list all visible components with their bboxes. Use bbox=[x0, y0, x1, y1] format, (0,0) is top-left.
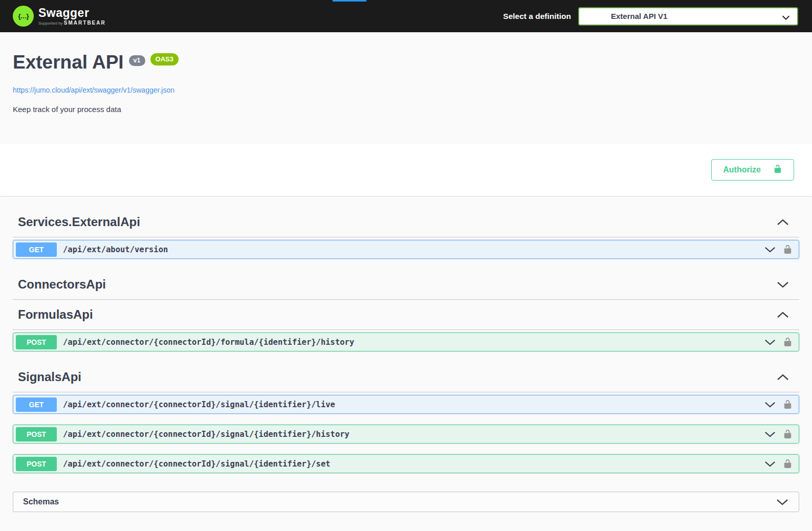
version-badge: v1 bbox=[129, 55, 145, 66]
authorize-button[interactable]: Authorize bbox=[711, 159, 794, 181]
info-section: External API v1 OAS3 https://jumo.cloud/… bbox=[0, 32, 812, 144]
chevron-down-icon[interactable] bbox=[764, 402, 776, 408]
section-header[interactable]: SignalsApi bbox=[13, 362, 799, 392]
chevron-down-icon bbox=[781, 14, 791, 21]
operation-controls bbox=[764, 400, 793, 409]
topbar: {…} Swagger Supported by SMARTBEAR Selec… bbox=[0, 0, 812, 32]
chevron-down-icon[interactable] bbox=[764, 431, 776, 437]
swagger-logo-subtitle: Supported by SMARTBEAR bbox=[38, 20, 106, 26]
section-operations: GET /api/ext/connector/{connectorId}/sig… bbox=[13, 392, 799, 473]
operation-row[interactable]: POST /api/ext/connector/{connectorId}/si… bbox=[13, 425, 799, 444]
api-tag-section: ConnectorsApi bbox=[13, 270, 799, 300]
operation-path: /api/ext/connector/{connectorId}/formula… bbox=[63, 338, 764, 347]
schemas-section-header[interactable]: Schemas bbox=[13, 492, 799, 512]
supported-by-text: Supported by bbox=[38, 21, 63, 26]
smartbear-brand: SMARTBEAR bbox=[64, 20, 106, 26]
swagger-logo-text-wrap: Swagger Supported by SMARTBEAR bbox=[38, 7, 106, 26]
section-operations: POST /api/ext/connector/{connectorId}/fo… bbox=[13, 330, 799, 351]
operation-path: /api/ext/about/version bbox=[63, 245, 764, 254]
title-row: External API v1 OAS3 bbox=[13, 52, 799, 74]
method-badge: POST bbox=[16, 335, 57, 349]
auth-lock-icon[interactable] bbox=[783, 400, 793, 409]
schemas-title: Schemas bbox=[23, 497, 59, 506]
section-expand-icon[interactable] bbox=[777, 281, 789, 288]
definition-select-value: External API V1 bbox=[611, 12, 667, 20]
api-tag-section: FormulasApi POST /api/ext/connector/{con… bbox=[13, 300, 799, 351]
method-badge: POST bbox=[16, 427, 57, 441]
swagger-logo: {…} Swagger Supported by SMARTBEAR bbox=[13, 6, 106, 27]
operation-controls bbox=[764, 459, 793, 469]
section-header[interactable]: ConnectorsApi bbox=[13, 270, 799, 300]
auth-lock-icon[interactable] bbox=[783, 245, 793, 254]
chevron-down-icon[interactable] bbox=[764, 339, 776, 345]
api-tag-section: Services.ExternalApi GET /api/ext/about/… bbox=[13, 207, 799, 259]
section-title: FormulasApi bbox=[18, 306, 93, 323]
api-description: Keep track of your process data bbox=[13, 105, 799, 114]
operation-path: /api/ext/connector/{connectorId}/signal/… bbox=[63, 459, 764, 469]
swagger-logo-icon: {…} bbox=[13, 6, 34, 27]
method-badge: POST bbox=[16, 457, 57, 471]
chevron-down-icon[interactable] bbox=[764, 247, 776, 253]
section-expand-icon[interactable] bbox=[777, 219, 789, 226]
select-definition-label: Select a definition bbox=[503, 12, 571, 21]
operation-row[interactable]: POST /api/ext/connector/{connectorId}/si… bbox=[13, 454, 799, 473]
definition-select[interactable]: External API V1 bbox=[578, 7, 798, 26]
auth-lock-icon[interactable] bbox=[783, 337, 793, 347]
swagger-logo-title: Swagger bbox=[38, 7, 106, 19]
authorize-button-label: Authorize bbox=[723, 165, 761, 174]
oas3-badge: OAS3 bbox=[150, 53, 179, 65]
scheme-container: Authorize bbox=[0, 144, 812, 196]
operation-controls bbox=[764, 245, 793, 254]
chevron-down-icon[interactable] bbox=[776, 499, 788, 505]
chevron-down-icon[interactable] bbox=[764, 461, 776, 467]
unlock-icon bbox=[773, 164, 782, 175]
api-tag-section: SignalsApi GET /api/ext/connector/{conne… bbox=[13, 362, 799, 473]
operation-controls bbox=[764, 429, 793, 439]
auth-lock-icon[interactable] bbox=[783, 459, 793, 469]
section-header[interactable]: Services.ExternalApi bbox=[13, 207, 799, 237]
definition-selector-group: Select a definition External API V1 bbox=[503, 7, 798, 26]
section-expand-icon[interactable] bbox=[777, 312, 789, 318]
spec-url-link[interactable]: https://jumo.cloud/api/ext/swagger/v1/sw… bbox=[13, 86, 174, 94]
page-title: External API bbox=[13, 52, 124, 74]
method-badge: GET bbox=[16, 242, 57, 257]
section-expand-icon[interactable] bbox=[777, 374, 789, 381]
operation-path: /api/ext/connector/{connectorId}/signal/… bbox=[63, 430, 764, 439]
operation-row[interactable]: GET /api/ext/about/version bbox=[13, 240, 799, 259]
api-sections: Services.ExternalApi GET /api/ext/about/… bbox=[0, 196, 812, 473]
browser-progress-bar bbox=[333, 0, 366, 2]
operation-controls bbox=[764, 337, 793, 347]
operation-path: /api/ext/connector/{connectorId}/signal/… bbox=[63, 400, 764, 409]
method-badge: GET bbox=[16, 397, 57, 412]
section-operations: GET /api/ext/about/version bbox=[13, 237, 799, 259]
auth-lock-icon[interactable] bbox=[783, 429, 793, 439]
section-header[interactable]: FormulasApi bbox=[13, 300, 799, 330]
operation-row[interactable]: POST /api/ext/connector/{connectorId}/fo… bbox=[13, 333, 799, 351]
section-title: SignalsApi bbox=[18, 368, 81, 386]
operation-row[interactable]: GET /api/ext/connector/{connectorId}/sig… bbox=[13, 395, 799, 414]
section-title: ConnectorsApi bbox=[18, 276, 106, 293]
section-title: Services.ExternalApi bbox=[18, 213, 140, 231]
